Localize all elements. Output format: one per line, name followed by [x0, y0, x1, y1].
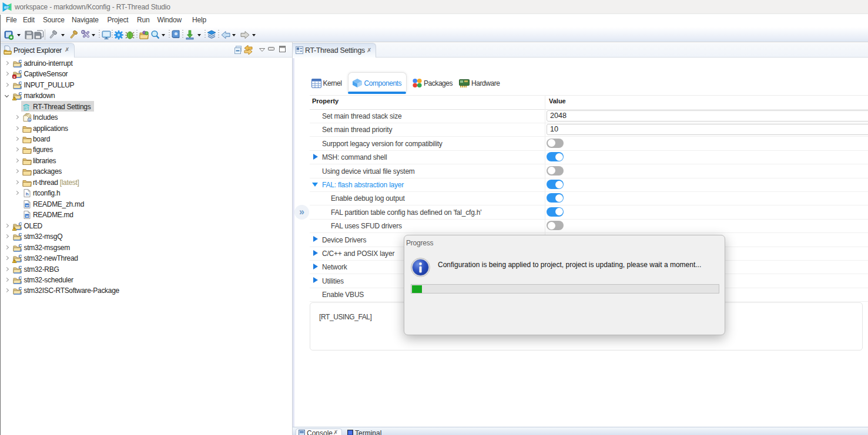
svg-text:C: C: [19, 265, 22, 270]
svg-text:h: h: [26, 191, 29, 197]
svg-text:C: C: [19, 243, 22, 248]
svg-text:C: C: [19, 286, 22, 291]
svg-text:C: C: [19, 254, 22, 259]
svg-text:C: C: [19, 232, 22, 237]
svg-text:C: C: [19, 91, 22, 96]
svg-text:w: w: [25, 204, 29, 207]
svg-text:C: C: [19, 59, 22, 64]
svg-text:C: C: [19, 80, 22, 86]
svg-text:RT: RT: [4, 6, 9, 9]
svg-text:C: C: [19, 221, 22, 227]
svg-text:C: C: [19, 69, 22, 75]
svg-text:C: C: [19, 275, 22, 281]
svg-text:w: w: [25, 214, 29, 218]
